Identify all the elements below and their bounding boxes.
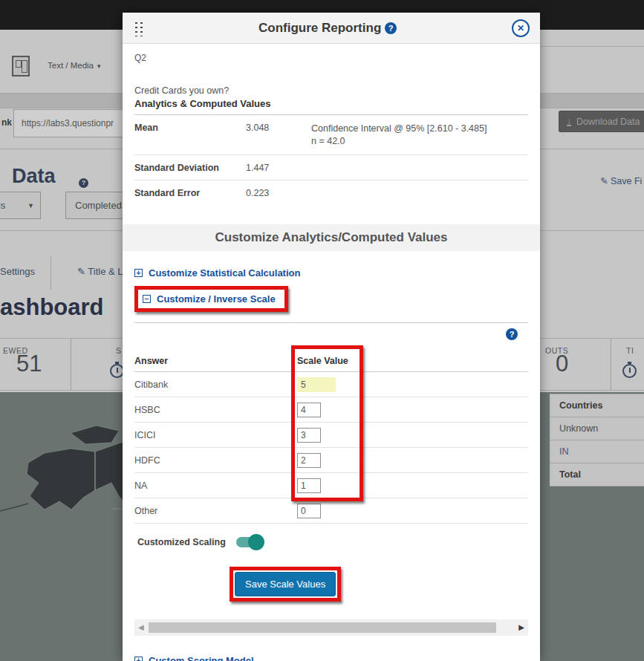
modal-title: Configure Reporting xyxy=(258,21,381,35)
column-header-answer: Answer xyxy=(134,356,297,366)
scale-value-input[interactable] xyxy=(297,428,321,443)
scale-value-input[interactable] xyxy=(297,453,321,468)
modal-header: Configure Reporting ? ✕ xyxy=(123,13,540,44)
text-media-menu[interactable]: Text / Media ▼ xyxy=(48,61,102,70)
page-title: Data xyxy=(12,165,56,188)
analytics-row: Mean 3.048 Confidence Interval @ 95% [2.… xyxy=(134,115,528,155)
column-header-scale-value: Scale Value xyxy=(297,356,528,366)
tab-title-layout[interactable]: ✎ Title & L xyxy=(77,266,123,277)
save-scale-values-button[interactable]: Save Scale Values xyxy=(235,572,336,596)
section-custom-scoring-model[interactable]: + Custom Scoring Model xyxy=(134,655,528,661)
help-icon[interactable]: ? xyxy=(385,22,397,34)
scrollbar-thumb[interactable] xyxy=(149,622,496,633)
scale-value-input[interactable] xyxy=(297,377,336,392)
stat-dropouts-value: 0 xyxy=(556,351,568,377)
table-row: ICICI xyxy=(134,423,528,448)
text-media-icon xyxy=(12,56,30,76)
link-field-label: nk xyxy=(1,117,12,128)
toggle-knob xyxy=(248,534,264,550)
divider xyxy=(51,256,51,290)
stat-time-label: TI xyxy=(626,346,634,355)
survey-link-input[interactable] xyxy=(13,109,126,137)
divider xyxy=(540,46,644,47)
country-row: Unknown xyxy=(550,417,644,440)
help-icon[interactable]: ? xyxy=(506,328,518,340)
configure-reporting-modal: Configure Reporting ? ✕ Q2 Credit Cards … xyxy=(123,13,540,661)
question-text: Credit Cards you own? xyxy=(134,85,528,96)
expand-icon: + xyxy=(134,657,143,661)
scale-value-input[interactable] xyxy=(297,504,321,518)
scale-table-header: Answer Scale Value xyxy=(134,350,528,372)
scale-value-input[interactable] xyxy=(297,403,321,417)
country-row[interactable]: IN xyxy=(550,440,644,463)
customize-banner: Customize Analytics/Computed Values xyxy=(123,224,540,251)
stat-started-label: S xyxy=(116,346,122,355)
divider xyxy=(71,338,71,390)
customized-scaling-toggle[interactable] xyxy=(236,537,263,547)
chevron-down-icon: ▼ xyxy=(27,202,34,209)
collapse-icon: − xyxy=(143,295,151,303)
download-icon: ↓ xyxy=(567,117,571,126)
analytics-row: Standard Error 0.223 xyxy=(134,180,528,205)
stat-viewed-value: 51 xyxy=(16,351,42,377)
sample-size: n = 42.0 xyxy=(311,135,528,148)
dashboard-heading: ashboard xyxy=(0,294,104,321)
tab-settings[interactable]: Settings xyxy=(0,266,35,277)
scale-value-input[interactable] xyxy=(297,478,321,493)
drag-handle-icon[interactable] xyxy=(133,20,143,36)
divider xyxy=(611,338,611,390)
analytics-header: Analytics & Computed Values xyxy=(134,96,528,115)
table-row: NA xyxy=(134,473,528,498)
table-row: Citibank xyxy=(134,372,528,397)
horizontal-scrollbar[interactable]: ◀ ▶ xyxy=(134,619,528,636)
table-row: HDFC xyxy=(134,448,528,473)
table-row: Other xyxy=(134,498,528,524)
close-icon[interactable]: ✕ xyxy=(512,19,530,37)
scale-value-table: Answer Scale Value Citibank HSBC ICICI H… xyxy=(134,350,528,524)
scrollbar-track[interactable] xyxy=(149,622,515,633)
scroll-left-icon[interactable]: ◀ xyxy=(138,624,144,631)
expand-icon: + xyxy=(134,269,143,277)
divider xyxy=(134,322,528,323)
countries-panel: Countries Unknown IN Total xyxy=(550,394,644,486)
download-data-button[interactable]: ↓ Download Data xyxy=(559,111,644,132)
edit-icon: ✎ xyxy=(77,266,85,277)
countries-total: Total xyxy=(550,463,644,486)
help-icon[interactable]: ? xyxy=(79,178,88,188)
section-inverse-scale[interactable]: − Customize / Inverse Scale xyxy=(143,293,276,305)
stopwatch-icon xyxy=(622,364,637,378)
save-filter-link[interactable]: ✎ Save Fi xyxy=(600,175,642,186)
section-statistical-calculation[interactable]: + Customize Statistical Calculation xyxy=(134,267,528,279)
analytics-row: Standard Deviation 1.447 xyxy=(134,155,528,180)
question-code: Q2 xyxy=(134,53,528,63)
customized-scaling-label: Customized Scaling xyxy=(137,537,226,547)
scroll-right-icon[interactable]: ▶ xyxy=(518,624,524,631)
edit-icon: ✎ xyxy=(600,176,608,186)
status-select[interactable]: tatus ▼ xyxy=(0,192,41,219)
countries-header: Countries xyxy=(550,394,644,417)
annotation-box-save-button: Save Scale Values xyxy=(230,567,341,602)
confidence-interval: Confidence Interval @ 95% [2.610 - 3.485… xyxy=(311,123,528,135)
table-row: HSBC xyxy=(134,397,528,423)
annotation-box-inverse-scale: − Customize / Inverse Scale xyxy=(134,286,288,312)
chevron-down-icon: ▼ xyxy=(96,63,102,70)
